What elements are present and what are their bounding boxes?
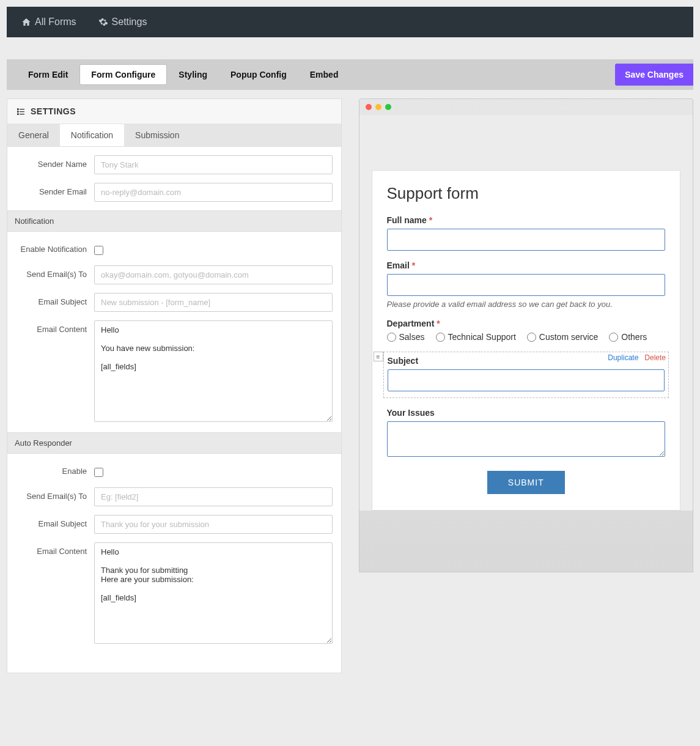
subject-input[interactable]: [388, 369, 665, 391]
window-minimize-icon: [375, 104, 381, 110]
ar-send-to-label: Send Email(s) To: [16, 487, 94, 501]
email-content-label: Email Content: [16, 320, 94, 334]
tab-styling[interactable]: Styling: [167, 64, 219, 85]
nav-settings[interactable]: Settings: [98, 17, 147, 28]
sender-name-label: Sender Name: [16, 155, 94, 169]
nav-all-forms[interactable]: All Forms: [21, 17, 76, 28]
window-controls: [359, 99, 693, 115]
subtab-submission[interactable]: Submission: [124, 124, 190, 146]
radio-others[interactable]: Others: [609, 332, 647, 342]
settings-panel-title: SETTINGS: [7, 99, 341, 124]
duplicate-field-button[interactable]: Duplicate: [608, 353, 638, 362]
ar-subject-label: Email Subject: [16, 515, 94, 528]
submit-button[interactable]: SUBMIT: [487, 471, 565, 494]
ar-content-textarea[interactable]: [94, 542, 333, 644]
window-close-icon: [366, 104, 372, 110]
top-nav: All Forms Settings: [7, 7, 693, 37]
ar-enable-checkbox[interactable]: [94, 468, 103, 477]
home-icon: [21, 17, 31, 27]
tab-form-edit[interactable]: Form Edit: [17, 64, 79, 85]
enable-notification-checkbox[interactable]: [94, 246, 103, 255]
nav-all-forms-label: All Forms: [35, 17, 76, 28]
full-name-input[interactable]: [387, 229, 666, 251]
sender-name-input[interactable]: [94, 155, 333, 174]
sender-email-input[interactable]: [94, 183, 333, 202]
send-emails-to-input[interactable]: [94, 265, 333, 284]
config-tab-bar: Form Edit Form Configure Styling Popup C…: [7, 59, 693, 90]
issues-label: Your Issues: [387, 408, 666, 418]
subtab-general[interactable]: General: [7, 124, 60, 146]
send-emails-to-label: Send Email(s) To: [16, 265, 94, 279]
ar-content-label: Email Content: [16, 542, 94, 556]
save-changes-button[interactable]: Save Changes: [615, 64, 693, 86]
email-subject-input[interactable]: [94, 293, 333, 312]
window-maximize-icon: [385, 104, 391, 110]
email-label: Email *: [387, 260, 666, 270]
nav-settings-label: Settings: [112, 17, 147, 28]
email-subject-label: Email Subject: [16, 293, 94, 306]
issues-textarea[interactable]: [387, 421, 666, 457]
tab-popup-config[interactable]: Popup Config: [219, 64, 298, 85]
form-title: Support form: [387, 184, 666, 203]
email-help-text: Please provide a valid email address so …: [387, 300, 666, 309]
support-form-preview: Support form Full name * Email * Please …: [372, 170, 681, 511]
ar-subject-input[interactable]: [94, 515, 333, 534]
gear-icon: [98, 17, 108, 27]
notification-section-header: Notification: [7, 210, 341, 232]
subtab-notification[interactable]: Notification: [60, 124, 124, 146]
settings-subtabs: General Notification Submission: [7, 124, 341, 147]
department-label: Department *: [387, 319, 666, 328]
enable-notification-label: Enable Notification: [16, 240, 94, 254]
sender-email-label: Sender Email: [16, 183, 94, 196]
form-preview-window: Support form Full name * Email * Please …: [359, 98, 694, 572]
radio-custom-service[interactable]: Custom service: [527, 332, 598, 342]
autoresponder-section-header: Auto Responder: [7, 432, 341, 454]
full-name-label: Full name *: [387, 215, 666, 225]
subject-field-selected[interactable]: ≡ Duplicate Delete Subject: [383, 352, 669, 398]
sliders-icon: [16, 106, 26, 116]
ar-send-to-input[interactable]: [94, 487, 333, 506]
tab-embed[interactable]: Embed: [298, 64, 350, 85]
delete-field-button[interactable]: Delete: [644, 353, 666, 362]
ar-enable-label: Enable: [16, 462, 94, 476]
email-content-textarea[interactable]: [94, 320, 333, 422]
radio-technical-support[interactable]: Technical Support: [436, 332, 516, 342]
settings-panel: SETTINGS General Notification Submission…: [7, 98, 342, 673]
tab-form-configure[interactable]: Form Configure: [79, 64, 167, 85]
email-input[interactable]: [387, 274, 666, 296]
radio-salses[interactable]: Salses: [387, 332, 425, 342]
drag-handle-icon[interactable]: ≡: [374, 352, 383, 361]
